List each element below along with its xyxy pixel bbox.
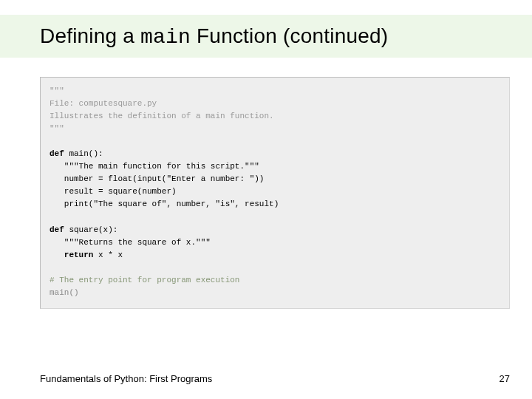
title-post: Function (continued)	[191, 24, 388, 47]
title-band: Defining a main Function (continued)	[0, 15, 532, 58]
code-line: File: computesquare.py	[50, 99, 157, 108]
code-line: def	[50, 149, 64, 158]
code-line: print("The square of", number, "is", res…	[50, 200, 279, 208]
code-block: """ File: computesquare.py Illustrates t…	[40, 77, 510, 309]
code-line: """The main function for this script."""	[50, 162, 259, 171]
page-number: 27	[499, 373, 510, 384]
code-line: return	[50, 250, 93, 259]
code-line: number = float(input("Enter a number: ")…	[50, 174, 264, 183]
code-line: Illustrates the definition of a main fun…	[50, 112, 274, 120]
code-line: square(x):	[64, 225, 118, 234]
code-line: result = square(number)	[50, 187, 177, 196]
code-line: # The entry point for program execution	[50, 276, 239, 284]
code-line: def	[50, 225, 64, 234]
code-line: x * x	[93, 250, 123, 259]
code-line: main():	[64, 149, 103, 158]
code-line: """Returns the square of x."""	[50, 238, 211, 247]
code-line: """	[50, 86, 64, 95]
title-pre: Defining a	[40, 24, 140, 47]
code-line: """	[50, 124, 64, 133]
title-mono: main	[140, 26, 191, 49]
footer-text: Fundamentals of Python: First Programs	[40, 373, 212, 384]
slide-title: Defining a main Function (continued)	[40, 24, 388, 49]
code-line: main()	[50, 288, 79, 297]
